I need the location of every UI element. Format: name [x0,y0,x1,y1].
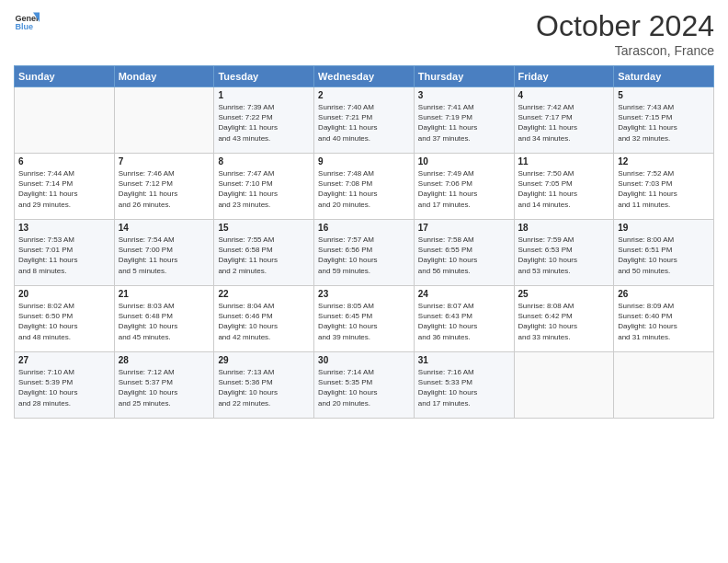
day-number: 21 [119,289,210,299]
day-info: Sunrise: 8:03 AM Sunset: 6:48 PM Dayligh… [119,301,210,342]
calendar-cell: 16Sunrise: 7:57 AM Sunset: 6:56 PM Dayli… [314,220,415,286]
day-info: Sunrise: 8:04 AM Sunset: 6:46 PM Dayligh… [218,301,310,342]
calendar-cell: 26Sunrise: 8:09 AM Sunset: 6:40 PM Dayli… [614,286,714,352]
day-info: Sunrise: 7:49 AM Sunset: 7:06 PM Dayligh… [418,168,510,210]
calendar-cell: 5Sunrise: 7:43 AM Sunset: 7:15 PM Daylig… [614,87,714,154]
day-info: Sunrise: 7:59 AM Sunset: 6:53 PM Dayligh… [518,235,610,276]
month-title: October 2024 [536,9,714,43]
calendar-cell: 9Sunrise: 7:48 AM Sunset: 7:08 PM Daylig… [314,154,415,220]
day-info: Sunrise: 7:54 AM Sunset: 7:00 PM Dayligh… [119,235,210,276]
day-number: 13 [18,223,110,233]
calendar-cell [15,87,115,154]
header: General Blue October 2024 Tarascon, Fran… [14,9,714,58]
day-number: 3 [418,90,510,100]
day-info: Sunrise: 7:41 AM Sunset: 7:19 PM Dayligh… [418,102,510,144]
calendar-cell: 19Sunrise: 8:00 AM Sunset: 6:51 PM Dayli… [614,220,714,286]
calendar-cell: 8Sunrise: 7:47 AM Sunset: 7:10 PM Daylig… [214,154,314,220]
calendar-cell [114,87,214,154]
day-number: 26 [618,289,710,299]
day-number: 15 [218,223,310,233]
day-number: 11 [518,156,610,167]
day-info: Sunrise: 7:47 AM Sunset: 7:10 PM Dayligh… [218,168,310,210]
col-saturday: Saturday [614,66,714,87]
day-info: Sunrise: 8:07 AM Sunset: 6:43 PM Dayligh… [418,301,510,342]
calendar-week-2: 6Sunrise: 7:44 AM Sunset: 7:14 PM Daylig… [15,154,714,220]
calendar-cell: 23Sunrise: 8:05 AM Sunset: 6:45 PM Dayli… [314,286,415,352]
calendar-cell: 31Sunrise: 7:16 AM Sunset: 5:33 PM Dayli… [414,352,514,419]
header-row: Sunday Monday Tuesday Wednesday Thursday… [15,66,714,87]
day-info: Sunrise: 7:10 AM Sunset: 5:39 PM Dayligh… [18,367,110,408]
day-number: 9 [318,156,410,167]
calendar-cell [514,352,614,419]
day-number: 6 [18,156,110,167]
col-wednesday: Wednesday [314,66,415,87]
day-number: 8 [218,156,310,167]
calendar-cell: 11Sunrise: 7:50 AM Sunset: 7:05 PM Dayli… [514,154,614,220]
svg-text:Blue: Blue [15,22,33,31]
day-number: 22 [218,289,310,299]
day-info: Sunrise: 7:46 AM Sunset: 7:12 PM Dayligh… [119,168,210,210]
day-number: 2 [318,90,410,100]
day-info: Sunrise: 7:39 AM Sunset: 7:22 PM Dayligh… [218,102,310,144]
calendar-cell: 29Sunrise: 7:13 AM Sunset: 5:36 PM Dayli… [214,352,314,419]
day-number: 19 [618,223,710,233]
day-info: Sunrise: 7:16 AM Sunset: 5:33 PM Dayligh… [418,367,510,408]
day-number: 23 [318,289,410,299]
calendar-cell: 24Sunrise: 8:07 AM Sunset: 6:43 PM Dayli… [414,286,514,352]
day-number: 29 [218,355,310,365]
calendar-week-5: 27Sunrise: 7:10 AM Sunset: 5:39 PM Dayli… [15,352,714,419]
calendar-cell: 30Sunrise: 7:14 AM Sunset: 5:35 PM Dayli… [314,352,415,419]
day-number: 31 [418,355,510,365]
calendar-week-3: 13Sunrise: 7:53 AM Sunset: 7:01 PM Dayli… [15,220,714,286]
day-number: 10 [418,156,510,167]
col-friday: Friday [514,66,614,87]
day-number: 1 [218,90,310,100]
calendar-cell: 14Sunrise: 7:54 AM Sunset: 7:00 PM Dayli… [114,220,214,286]
calendar-cell: 10Sunrise: 7:49 AM Sunset: 7:06 PM Dayli… [414,154,514,220]
day-info: Sunrise: 8:05 AM Sunset: 6:45 PM Dayligh… [318,301,410,342]
calendar-week-1: 1Sunrise: 7:39 AM Sunset: 7:22 PM Daylig… [15,87,714,154]
subtitle: Tarascon, France [536,43,714,58]
day-info: Sunrise: 7:48 AM Sunset: 7:08 PM Dayligh… [318,168,410,210]
day-number: 14 [119,223,210,233]
calendar-table: Sunday Monday Tuesday Wednesday Thursday… [14,65,714,419]
day-info: Sunrise: 7:53 AM Sunset: 7:01 PM Dayligh… [18,235,110,276]
logo: General Blue [14,9,43,35]
page: General Blue October 2024 Tarascon, Fran… [0,0,728,563]
day-info: Sunrise: 7:57 AM Sunset: 6:56 PM Dayligh… [318,235,410,276]
day-info: Sunrise: 7:13 AM Sunset: 5:36 PM Dayligh… [218,367,310,408]
calendar-cell: 13Sunrise: 7:53 AM Sunset: 7:01 PM Dayli… [15,220,115,286]
day-number: 12 [618,156,710,167]
calendar-cell: 28Sunrise: 7:12 AM Sunset: 5:37 PM Dayli… [114,352,214,419]
day-info: Sunrise: 8:08 AM Sunset: 6:42 PM Dayligh… [518,301,610,342]
day-number: 20 [18,289,110,299]
calendar-cell: 1Sunrise: 7:39 AM Sunset: 7:22 PM Daylig… [214,87,314,154]
day-info: Sunrise: 7:52 AM Sunset: 7:03 PM Dayligh… [618,168,710,210]
day-number: 30 [318,355,410,365]
day-info: Sunrise: 7:44 AM Sunset: 7:14 PM Dayligh… [18,168,110,210]
col-thursday: Thursday [414,66,514,87]
col-sunday: Sunday [15,66,115,87]
calendar-cell: 6Sunrise: 7:44 AM Sunset: 7:14 PM Daylig… [15,154,115,220]
day-number: 7 [119,156,210,167]
day-info: Sunrise: 7:40 AM Sunset: 7:21 PM Dayligh… [318,102,410,144]
logo-icon: General Blue [14,9,40,35]
day-number: 18 [518,223,610,233]
day-number: 24 [418,289,510,299]
calendar-cell: 2Sunrise: 7:40 AM Sunset: 7:21 PM Daylig… [314,87,415,154]
day-number: 25 [518,289,610,299]
day-number: 17 [418,223,510,233]
day-info: Sunrise: 8:00 AM Sunset: 6:51 PM Dayligh… [618,235,710,276]
day-info: Sunrise: 7:50 AM Sunset: 7:05 PM Dayligh… [518,168,610,210]
calendar-week-4: 20Sunrise: 8:02 AM Sunset: 6:50 PM Dayli… [15,286,714,352]
day-number: 16 [318,223,410,233]
col-tuesday: Tuesday [214,66,314,87]
col-monday: Monday [114,66,214,87]
day-number: 5 [618,90,710,100]
day-info: Sunrise: 7:12 AM Sunset: 5:37 PM Dayligh… [119,367,210,408]
calendar-cell: 17Sunrise: 7:58 AM Sunset: 6:55 PM Dayli… [414,220,514,286]
calendar-cell: 18Sunrise: 7:59 AM Sunset: 6:53 PM Dayli… [514,220,614,286]
day-info: Sunrise: 8:02 AM Sunset: 6:50 PM Dayligh… [18,301,110,342]
day-info: Sunrise: 8:09 AM Sunset: 6:40 PM Dayligh… [618,301,710,342]
calendar-cell: 7Sunrise: 7:46 AM Sunset: 7:12 PM Daylig… [114,154,214,220]
